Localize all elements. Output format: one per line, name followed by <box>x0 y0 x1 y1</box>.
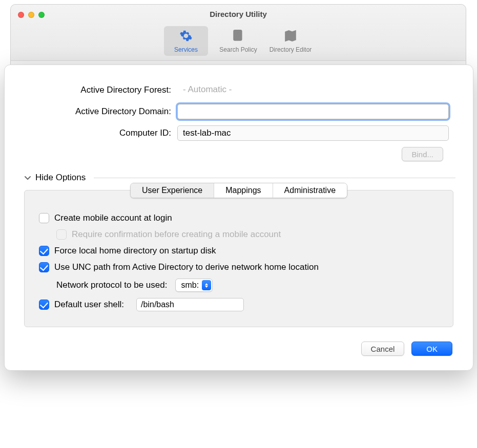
domain-field[interactable] <box>177 104 449 119</box>
forest-field: - Automatic - <box>177 82 449 98</box>
create-mobile-label: Create mobile account at login <box>54 213 172 223</box>
protocol-label: Network protocol to be used: <box>56 280 167 290</box>
default-shell-checkbox[interactable] <box>39 300 49 310</box>
protocol-value: smb: <box>181 281 199 290</box>
require-confirm-checkbox <box>56 229 67 240</box>
toolbar-directory-editor-label: Directory Editor <box>269 46 312 53</box>
divider <box>94 178 455 178</box>
tab-administrative[interactable]: Administrative <box>273 183 347 198</box>
use-unc-checkbox[interactable] <box>39 262 49 272</box>
default-shell-label: Default user shell: <box>54 300 124 310</box>
tab-mappings[interactable]: Mappings <box>214 183 273 198</box>
window-title: Directory Utility <box>11 10 466 18</box>
computer-id-label: Computer ID: <box>29 128 177 138</box>
bind-button[interactable]: Bind... <box>402 147 443 161</box>
toolbar-directory-editor[interactable]: Directory Editor <box>268 26 313 56</box>
options-disclosure[interactable]: Hide Options <box>24 173 455 183</box>
toolbar-services-label: Services <box>174 46 198 53</box>
force-local-home-label: Force local home directory on startup di… <box>54 246 216 256</box>
map-icon <box>284 29 297 44</box>
force-local-home-checkbox[interactable] <box>39 246 49 256</box>
toolbar-services[interactable]: Services <box>164 26 208 56</box>
tab-user-experience[interactable]: User Experience <box>131 183 214 198</box>
require-confirm-label: Require confirmation before creating a m… <box>72 229 281 240</box>
toolbar-search-policy-label: Search Policy <box>219 46 257 53</box>
computer-id-field[interactable] <box>177 125 449 141</box>
toolbar: Services Search Policy Directory Editor <box>11 25 466 57</box>
use-unc-label: Use UNC path from Active Directory to de… <box>54 262 319 272</box>
gear-icon <box>179 29 193 44</box>
protocol-popup[interactable]: smb: <box>175 279 213 292</box>
toolbar-search-policy[interactable]: Search Policy <box>216 26 260 56</box>
default-shell-field[interactable] <box>136 298 244 311</box>
updown-arrows-icon <box>202 280 211 290</box>
chevron-down-icon <box>24 174 31 181</box>
options-panel: User Experience Mappings Administrative … <box>24 190 453 327</box>
titlebar: Directory Utility Services Search Policy <box>11 5 466 61</box>
ok-button[interactable]: OK <box>411 342 452 356</box>
create-mobile-checkbox[interactable] <box>39 213 49 223</box>
svg-point-1 <box>236 33 240 37</box>
options-disclosure-label: Hide Options <box>35 173 86 183</box>
forest-label: Active Directory Forest: <box>29 85 177 95</box>
ad-config-sheet: Active Directory Forest: - Automatic - A… <box>4 65 473 371</box>
cancel-button[interactable]: Cancel <box>361 342 405 356</box>
options-tabs: User Experience Mappings Administrative <box>130 183 347 198</box>
search-icon <box>232 29 245 44</box>
domain-label: Active Directory Domain: <box>29 106 177 117</box>
